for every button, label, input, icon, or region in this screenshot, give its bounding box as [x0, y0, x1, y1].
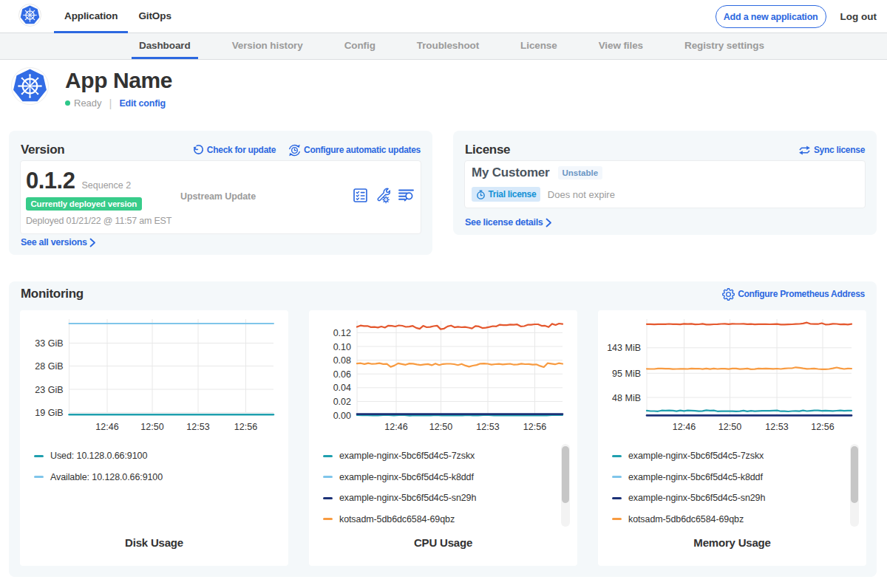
svg-text:12:46: 12:46 — [673, 422, 696, 432]
svg-text:12:46: 12:46 — [384, 422, 407, 432]
svg-text:28 GiB: 28 GiB — [35, 361, 63, 372]
svg-text:12:53: 12:53 — [186, 422, 209, 432]
svg-text:12:53: 12:53 — [765, 422, 788, 432]
svg-text:12:56: 12:56 — [811, 422, 834, 432]
svg-text:12:46: 12:46 — [95, 422, 118, 432]
svg-text:23 GiB: 23 GiB — [35, 385, 63, 395]
svg-text:19 GiB: 19 GiB — [35, 408, 63, 418]
svg-text:0.06: 0.06 — [333, 369, 351, 380]
svg-text:48 MiB: 48 MiB — [612, 393, 641, 403]
svg-text:0.04: 0.04 — [333, 383, 351, 393]
svg-text:0.00: 0.00 — [333, 411, 351, 421]
svg-text:12:56: 12:56 — [234, 422, 257, 432]
svg-text:12:56: 12:56 — [523, 422, 546, 432]
svg-text:12:50: 12:50 — [429, 422, 452, 432]
svg-text:95 MiB: 95 MiB — [612, 369, 641, 379]
svg-text:0.02: 0.02 — [333, 397, 351, 407]
svg-text:0.10: 0.10 — [333, 342, 351, 352]
svg-text:12:50: 12:50 — [718, 422, 741, 432]
svg-text:143 MiB: 143 MiB — [607, 343, 641, 353]
svg-text:33 GiB: 33 GiB — [35, 338, 63, 349]
svg-text:12:50: 12:50 — [140, 422, 163, 432]
svg-text:12:53: 12:53 — [476, 422, 499, 432]
svg-text:0.08: 0.08 — [333, 355, 351, 366]
svg-text:0.12: 0.12 — [333, 328, 351, 338]
